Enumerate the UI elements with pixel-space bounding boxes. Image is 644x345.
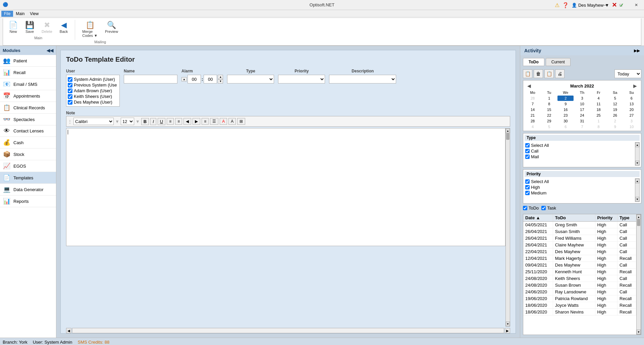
cal-day[interactable]: 16 [557,107,574,112]
vscroll-up[interactable]: ▲ [506,128,510,133]
type-mail-check[interactable] [525,155,530,159]
cal-day[interactable]: 3 [624,118,640,124]
close-button[interactable]: ✕ [629,0,644,10]
priority-medium-check[interactable] [525,191,530,195]
cal-day[interactable]: 8 [591,124,607,129]
menu-main[interactable]: Main [13,11,27,17]
table-row[interactable]: 09/04/2021Des MayhewHighCall [523,262,636,269]
col-date[interactable]: Date ▲ [523,214,553,222]
table-row[interactable]: 04/05/2021Greg SmithHighCall [523,222,636,228]
cal-day[interactable]: 10 [574,101,590,107]
new-button[interactable]: 📄 New [6,20,21,35]
type-vscroll-track[interactable] [635,147,639,161]
cal-day[interactable]: 22 [541,113,557,118]
cal-day[interactable]: 31 [574,118,590,124]
back-button[interactable]: ◀ Back [57,20,71,35]
underline-button[interactable]: U [158,118,165,125]
cal-day[interactable]: 25 [591,113,607,118]
cal-day[interactable]: 21 [525,113,541,118]
cal-day[interactable]: 3 [574,96,590,101]
act-delete-btn[interactable]: 🗑 [534,69,543,78]
highlight-button[interactable]: A [228,118,236,125]
user-check-1[interactable] [68,83,72,88]
col-type[interactable]: Type [618,214,636,222]
tab-todo[interactable]: ToDo [523,58,544,66]
minimize-button[interactable]: — [598,0,613,10]
merge-codes-button[interactable]: 📋 MergeCodes ▼ [79,20,101,39]
cal-day[interactable]: 12 [607,101,623,107]
vscroll-down[interactable]: ▼ [506,322,510,326]
sidebar-item-data-generator[interactable]: 💻 Data Generator [0,184,56,195]
cal-day[interactable]: 15 [541,107,557,112]
cal-day-today[interactable]: 2 [557,96,574,101]
cal-day[interactable]: 18 [591,107,607,112]
alarm-minutes[interactable] [204,75,217,83]
name-input[interactable] [124,75,177,83]
cal-day[interactable]: 14 [525,107,541,112]
priority-vscroll-track[interactable] [635,183,639,197]
sidebar-item-stock[interactable]: 📦 Stock [0,149,56,160]
menu-file[interactable]: File [1,11,13,17]
sidebar-item-recall[interactable]: 📊 Recall [0,67,56,78]
cal-day[interactable]: 30 [557,118,574,124]
type-vscroll-down[interactable]: ▼ [635,161,639,165]
todo-checkbox[interactable] [523,206,527,210]
list-ol-button[interactable]: ≡ [167,118,174,125]
table-vscroll-up[interactable]: ▲ [637,215,641,219]
cal-day[interactable]: 10 [624,124,640,129]
table-row[interactable]: 25/11/2020Kenneth HuntHighRecall [523,269,636,275]
cal-next[interactable]: ▶ [632,82,638,89]
preview-button[interactable]: 🔍 Preview [102,20,121,39]
cal-day[interactable]: 23 [557,113,574,118]
table-row[interactable]: 12/04/2021Mark HagertyHighRecall [523,255,636,262]
cal-day[interactable]: 6 [624,96,640,101]
table-button[interactable]: ⊞ [237,118,245,125]
align-justify-button[interactable]: ☰ [210,118,218,125]
table-row[interactable]: 19/06/2020Patricia RowlandHighRecall [523,295,636,302]
act-new-btn[interactable]: 📋 [523,69,532,78]
priority-vscroll-down[interactable]: ▼ [635,197,639,202]
table-row[interactable]: 18/06/2020Sharon NevinsHighRecall [523,309,636,315]
alarm-h-up[interactable]: ▲ [181,77,187,81]
sidebar-item-spectacles[interactable]: 👓 Spectacles [0,114,56,125]
align-right-button[interactable]: ▶ [193,118,200,125]
priority-select[interactable] [278,75,325,83]
hscroll-track[interactable] [72,328,504,333]
sidebar-collapse-icon[interactable]: ◀◀ [47,48,53,53]
list-ul-button[interactable]: ≡ [175,118,182,125]
user-check-0[interactable] [68,77,72,82]
type-vscroll-up[interactable]: ▲ [635,142,639,147]
cal-prev[interactable]: ◀ [526,82,532,89]
cal-day[interactable]: 9 [557,101,574,107]
priority-filter-vscroll[interactable]: ▲ ▼ [635,178,640,202]
table-row[interactable]: 22/04/2021Des MayhewHighCall [523,248,636,255]
user-check-2[interactable] [68,89,72,93]
cal-day[interactable]: 8 [541,101,557,107]
cal-day[interactable]: 26 [607,113,623,118]
vscroll-track[interactable] [506,133,510,322]
hscroll-left[interactable]: ◀ [66,328,71,333]
tab-current[interactable]: Current [546,58,571,66]
alarm-down[interactable]: ▼ [218,79,223,83]
alarm-hours[interactable] [187,75,201,83]
col-todo[interactable]: ToDo [553,214,595,222]
sidebar-item-cash[interactable]: 💰 Cash [0,137,56,149]
cal-day[interactable]: 28 [525,96,541,101]
cal-day[interactable]: 17 [574,107,590,112]
font-color-button[interactable]: A [220,118,227,125]
cal-day[interactable]: 7 [574,124,590,129]
type-call-check[interactable] [525,149,530,153]
font-select[interactable]: Calibri [73,118,114,125]
table-row[interactable]: 24/08/2020Keith SheersHighCall [523,275,636,282]
cal-day[interactable]: 9 [607,124,623,129]
table-row[interactable]: 24/08/2020Susan BrownHighRecall [523,282,636,289]
cal-day[interactable]: 13 [624,101,640,107]
save-button[interactable]: 💾 Save [22,20,37,35]
act-copy-btn[interactable]: 📋 [544,69,554,78]
cal-day[interactable]: 29 [541,118,557,124]
cal-day[interactable]: 27 [624,113,640,118]
cal-day[interactable]: 28 [525,118,541,124]
cal-day[interactable]: 7 [525,101,541,107]
table-vscroll-down[interactable]: ▼ [637,330,641,334]
cal-day[interactable]: 1 [541,96,557,101]
